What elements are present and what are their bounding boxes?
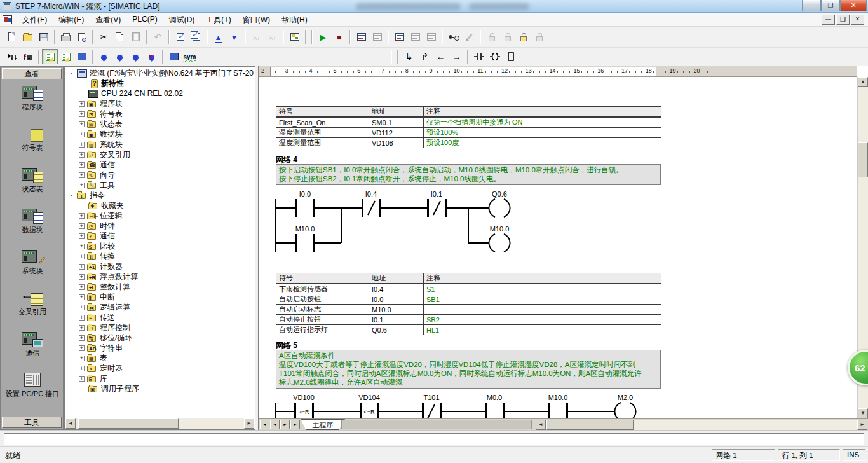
symbol-tool-3-button[interactable]: [128, 49, 144, 64]
ladder-content[interactable]: 符号地址注释First_Scan_OnSM0.1仅第一个扫描周期中接通为 ON湿…: [259, 77, 857, 418]
scroll-left-button[interactable]: [536, 420, 546, 430]
symbol-table-button[interactable]: [166, 49, 182, 64]
expand-icon[interactable]: +: [79, 233, 85, 239]
expand-icon[interactable]: +: [79, 335, 85, 341]
expand-icon[interactable]: +: [79, 101, 85, 107]
expand-icon[interactable]: +: [79, 121, 85, 127]
unforce-contact-button[interactable]: x: [20, 49, 36, 64]
sidebar-item-set-pgpc[interactable]: 设置 PG/PC 接口: [1, 371, 64, 399]
symbolic-addressing-button[interactable]: sym: [182, 49, 198, 64]
scrollbar-thumb[interactable]: [546, 420, 634, 430]
copy-button[interactable]: [112, 29, 128, 45]
expand-icon[interactable]: +: [79, 111, 85, 117]
tree-item[interactable]: ▣调用子程序: [65, 384, 255, 394]
tree-item[interactable]: 新特性: [65, 78, 255, 88]
print-preview-button[interactable]: [74, 29, 90, 45]
sidebar-item-status-chart[interactable]: 状态表: [1, 167, 64, 194]
expand-icon[interactable]: +: [79, 284, 85, 290]
sidebar-item-program-block[interactable]: 程序块: [1, 85, 64, 112]
menu-item-5[interactable]: 调试(D): [163, 13, 201, 27]
tree-item[interactable]: ++1计数器: [65, 261, 255, 272]
single-read-button[interactable]: [423, 29, 439, 45]
table-row[interactable]: 自动启动按钮I0.0SB1: [276, 294, 661, 305]
expand-icon[interactable]: +: [79, 244, 85, 249]
editor-horizontal-scrollbar[interactable]: [536, 420, 867, 430]
network-comment[interactable]: 按下启动按钮SB1，I0.0常开触点闭合，系统自动启动，M10.0线圈得电，M1…: [276, 164, 661, 185]
table-row[interactable]: 温度测量范围VD108预设100度: [276, 138, 661, 148]
sidebar-item-cross-reference[interactable]: 交叉引用: [1, 289, 64, 317]
ladder-network-4[interactable]: I0.0 I0.4 I0.1 Q0.6 M10.0: [259, 189, 665, 265]
expand-icon[interactable]: +: [79, 172, 85, 178]
tree-item[interactable]: +⌁传送: [65, 312, 255, 322]
menu-item-7[interactable]: 窗口(W): [237, 13, 276, 27]
menu-item-4[interactable]: PLC(P): [126, 13, 163, 27]
options-button[interactable]: [287, 29, 302, 45]
tab-main-program[interactable]: 主程序: [301, 419, 345, 430]
tree-item[interactable]: +≤比较: [65, 241, 255, 251]
expand-icon[interactable]: +: [79, 345, 85, 351]
scrollbar-thumb[interactable]: [78, 418, 179, 429]
tree-item[interactable]: +◔定时器: [65, 363, 255, 373]
insert-contact-button[interactable]: [471, 49, 487, 64]
sidebar-item-data-block[interactable]: 数据块: [1, 207, 64, 235]
expand-icon[interactable]: +: [79, 152, 85, 158]
scroll-right-button[interactable]: [244, 418, 254, 429]
collapse-icon[interactable]: -: [69, 71, 74, 76]
tree-item[interactable]: ✱收藏夹: [65, 200, 255, 211]
tree-item[interactable]: +⇄交叉引用: [65, 149, 255, 160]
close-button[interactable]: [840, 0, 867, 11]
tree-item[interactable]: +↹移位/循环: [65, 333, 255, 343]
tree-item[interactable]: +⌸库: [65, 373, 255, 384]
title-bar[interactable]: STEP 7-Micro/WIN - 灌溉 - [SIMATIC LAD]: [0, 0, 868, 13]
compile-all-button[interactable]: [188, 29, 204, 45]
expand-icon[interactable]: +: [79, 376, 85, 382]
tree-item[interactable]: -灌溉 (F:\淘宝\毕业实例\No.624 基于西门子S7-20: [65, 68, 255, 78]
tree-item[interactable]: +☎通信: [65, 160, 255, 170]
download-button[interactable]: [226, 29, 242, 45]
stop-button[interactable]: [331, 29, 347, 45]
table-row[interactable]: 自动启动标志M10.0: [276, 305, 661, 315]
force-contact-button[interactable]: [4, 49, 20, 64]
tree-item[interactable]: +◷时钟: [65, 221, 255, 231]
expand-icon[interactable]: +: [79, 325, 85, 331]
expand-icon[interactable]: +: [79, 274, 85, 280]
last-tab-button[interactable]: [290, 420, 300, 429]
open-project-button[interactable]: [20, 29, 36, 45]
symbol-tool-2-button[interactable]: [112, 49, 128, 64]
expand-icon[interactable]: +: [79, 315, 85, 321]
line-down-button[interactable]: [401, 49, 417, 64]
mdi-close-button[interactable]: [851, 15, 864, 25]
tree-item[interactable]: +▥系统块: [65, 139, 255, 149]
sort-ascending-button[interactable]: [248, 29, 264, 45]
tree-item[interactable]: CPU 224 CN REL 02.02: [65, 88, 255, 99]
expand-icon[interactable]: +: [79, 305, 85, 310]
tree-item[interactable]: +▤状态表: [65, 119, 255, 129]
menu-item-2[interactable]: 编辑(E): [53, 13, 90, 27]
upload-button[interactable]: [210, 29, 226, 45]
bookmark-toggle-button[interactable]: [484, 29, 499, 45]
table-row[interactable]: 自动运行指示灯Q0.6HL1: [276, 325, 661, 335]
first-tab-button[interactable]: [260, 420, 269, 429]
tree-item[interactable]: +▦表: [65, 353, 255, 363]
scroll-left-button[interactable]: [65, 418, 76, 429]
expand-icon[interactable]: +: [79, 366, 85, 371]
expand-icon[interactable]: +: [79, 356, 85, 361]
tree-item[interactable]: +✎向导: [65, 170, 255, 180]
print-button[interactable]: [58, 29, 74, 45]
expand-icon[interactable]: +: [79, 132, 85, 137]
scroll-right-button[interactable]: [857, 420, 867, 430]
collapse-icon[interactable]: -: [69, 193, 74, 198]
tree-item[interactable]: +⚡通信: [65, 231, 255, 241]
scroll-down-button[interactable]: [858, 408, 868, 418]
insert-box-button[interactable]: [503, 49, 519, 64]
view-trend-button[interactable]: [58, 49, 74, 64]
expand-icon[interactable]: +: [79, 213, 85, 219]
tree-item[interactable]: +▣数据块: [65, 129, 255, 139]
scrollbar-thumb[interactable]: [858, 142, 868, 177]
table-row[interactable]: 自动停止按钮I0.1SB2: [276, 315, 661, 325]
cut-button[interactable]: [96, 29, 112, 45]
line-up-button[interactable]: [417, 49, 433, 64]
tree-item[interactable]: +⇅转换: [65, 251, 255, 261]
bookmark-clear-button[interactable]: [531, 29, 547, 45]
tools-bar-header[interactable]: 工具: [2, 417, 62, 428]
